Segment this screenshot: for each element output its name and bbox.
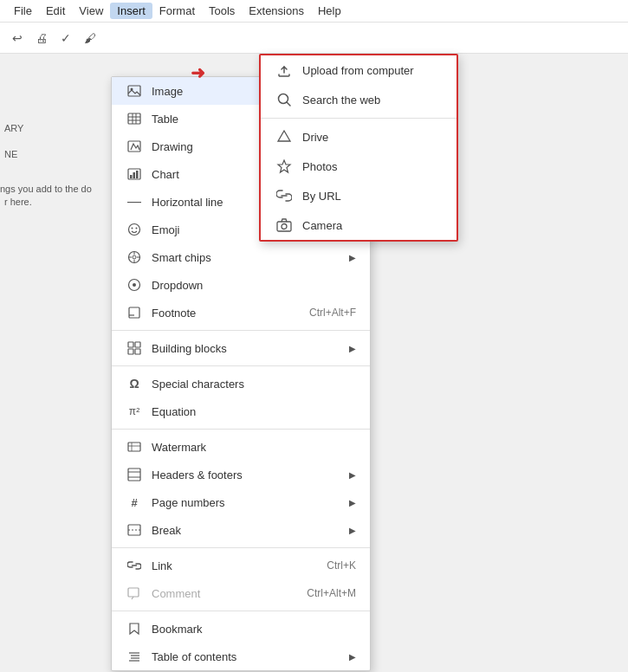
menu-view[interactable]: View xyxy=(72,3,110,19)
drawing-icon xyxy=(126,139,143,153)
divider-4 xyxy=(112,547,370,548)
menu-item-bookmark[interactable]: Bookmark xyxy=(112,615,370,643)
divider-3 xyxy=(112,429,370,430)
image-submenu: Upload from computer Search the web Driv… xyxy=(259,54,458,242)
table-of-contents-arrow: ▶ xyxy=(349,652,356,662)
menu-item-building-blocks[interactable]: Building blocks ▶ xyxy=(112,334,370,362)
menu-item-footnote[interactable]: Footnote Ctrl+Alt+F xyxy=(112,299,370,326)
menu-insert[interactable]: Insert xyxy=(110,3,152,19)
building-blocks-icon xyxy=(126,341,143,355)
svg-rect-23 xyxy=(129,307,139,318)
svg-point-13 xyxy=(132,228,133,229)
sidebar-text-2: NE xyxy=(4,149,17,159)
table-of-contents-label: Table of contents xyxy=(152,650,349,663)
toolbar: ↩ 🖨 ✓ 🖌 xyxy=(0,23,628,54)
search-web-label: Search the web xyxy=(302,94,380,107)
svg-rect-0 xyxy=(128,86,140,96)
footnote-icon xyxy=(126,306,143,320)
building-blocks-arrow: ▶ xyxy=(349,344,356,353)
link-icon xyxy=(126,559,143,572)
sidebar-text-1: ARY xyxy=(4,123,23,133)
menu-edit[interactable]: Edit xyxy=(39,3,72,19)
menu-item-watermark[interactable]: Watermark xyxy=(112,433,370,461)
spellcheck-icon[interactable]: ✓ xyxy=(55,28,76,48)
emoji-icon xyxy=(126,223,143,236)
menu-bar: File Edit View Insert Format Tools Exten… xyxy=(0,0,628,23)
menu-item-table-of-contents[interactable]: Table of contents ▶ xyxy=(112,643,370,670)
menu-item-equation[interactable]: π² Equation xyxy=(112,397,370,425)
submenu-item-by-url[interactable]: By URL xyxy=(261,181,456,210)
menu-item-smart-chips[interactable]: Smart chips ▶ xyxy=(112,243,370,271)
menu-help[interactable]: Help xyxy=(311,3,348,19)
menu-format[interactable]: Format xyxy=(152,3,202,19)
svg-rect-26 xyxy=(135,342,140,347)
svg-point-14 xyxy=(136,228,138,229)
equation-icon: π² xyxy=(126,405,143,417)
svg-rect-27 xyxy=(128,349,133,354)
by-url-label: By URL xyxy=(302,190,341,203)
watermark-label: Watermark xyxy=(152,441,356,454)
photos-label: Photos xyxy=(302,160,337,173)
divider-2 xyxy=(112,365,370,366)
menu-item-dropdown[interactable]: Dropdown xyxy=(112,271,370,299)
camera-icon xyxy=(275,217,294,233)
menu-item-link[interactable]: Link Ctrl+K xyxy=(112,552,370,579)
comment-shortcut: Ctrl+Alt+M xyxy=(307,587,356,599)
menu-extensions[interactable]: Extensions xyxy=(242,3,311,19)
menu-tools[interactable]: Tools xyxy=(202,3,242,19)
submenu-divider-1 xyxy=(261,118,456,119)
submenu-item-search-web[interactable]: Search the web xyxy=(261,85,456,114)
comment-icon xyxy=(126,586,143,600)
content-area: ARY NE ngs you add to the do r here. Ima… xyxy=(0,54,628,672)
svg-rect-35 xyxy=(128,525,140,535)
menu-item-special-characters[interactable]: Ω Special characters xyxy=(112,370,370,397)
svg-rect-9 xyxy=(130,175,133,178)
page-numbers-label: Page numbers xyxy=(152,496,349,509)
drive-label: Drive xyxy=(302,131,328,144)
menu-item-break[interactable]: Break ▶ xyxy=(112,516,370,544)
menu-item-headers-footers[interactable]: Headers & footers ▶ xyxy=(112,461,370,488)
camera-label: Camera xyxy=(302,219,342,232)
svg-rect-11 xyxy=(136,171,139,178)
paint-icon[interactable]: 🖌 xyxy=(80,28,100,48)
smart-chips-arrow: ▶ xyxy=(349,253,356,262)
headers-footers-arrow: ▶ xyxy=(349,470,356,480)
svg-rect-2 xyxy=(128,113,140,124)
svg-rect-10 xyxy=(133,172,136,178)
drive-icon xyxy=(275,129,294,145)
dropdown-icon xyxy=(126,278,143,292)
submenu-item-photos[interactable]: Photos xyxy=(261,152,456,181)
upload-icon xyxy=(275,62,294,78)
by-url-icon xyxy=(275,188,294,204)
svg-line-45 xyxy=(287,102,290,106)
menu-file[interactable]: File xyxy=(7,3,39,19)
svg-point-12 xyxy=(129,224,140,236)
svg-point-48 xyxy=(282,224,287,229)
sidebar-text-3: ngs you add to the do xyxy=(0,184,92,194)
print-icon[interactable]: 🖨 xyxy=(31,28,52,48)
svg-rect-28 xyxy=(135,349,140,354)
svg-rect-32 xyxy=(128,468,140,481)
chart-icon xyxy=(126,167,143,181)
undo-icon[interactable]: ↩ xyxy=(7,28,28,48)
search-web-icon xyxy=(275,92,294,107)
menu-item-comment[interactable]: Comment Ctrl+Alt+M xyxy=(112,579,370,607)
submenu-item-upload[interactable]: Upload from computer xyxy=(261,55,456,85)
red-arrow-indicator: ➜ xyxy=(191,62,205,83)
submenu-item-camera[interactable]: Camera xyxy=(261,210,456,240)
dropdown-label: Dropdown xyxy=(152,279,356,292)
smart-chips-label: Smart chips xyxy=(152,251,349,264)
special-characters-icon: Ω xyxy=(126,377,143,391)
svg-rect-38 xyxy=(128,588,139,597)
divider-1 xyxy=(112,330,370,331)
submenu-item-drive[interactable]: Drive xyxy=(261,122,456,152)
page-numbers-icon: # xyxy=(126,496,143,509)
link-shortcut: Ctrl+K xyxy=(327,559,356,572)
break-label: Break xyxy=(152,524,349,537)
bookmark-icon xyxy=(126,622,143,636)
smart-chips-icon xyxy=(126,250,143,264)
menu-item-page-numbers[interactable]: # Page numbers ▶ xyxy=(112,488,370,516)
table-icon xyxy=(126,112,143,126)
horizontal-line-icon: — xyxy=(126,194,143,210)
svg-rect-47 xyxy=(277,222,291,231)
